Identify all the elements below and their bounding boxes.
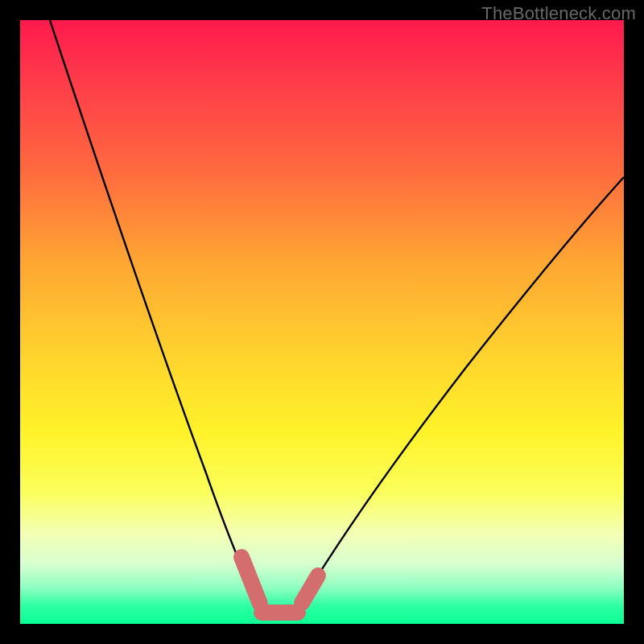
chart-area bbox=[20, 20, 624, 624]
marker-layer bbox=[20, 20, 624, 624]
watermark-label: TheBottleneck.com bbox=[481, 3, 636, 24]
marker-left-capsule bbox=[242, 557, 260, 604]
marker-right-capsule bbox=[302, 576, 318, 603]
